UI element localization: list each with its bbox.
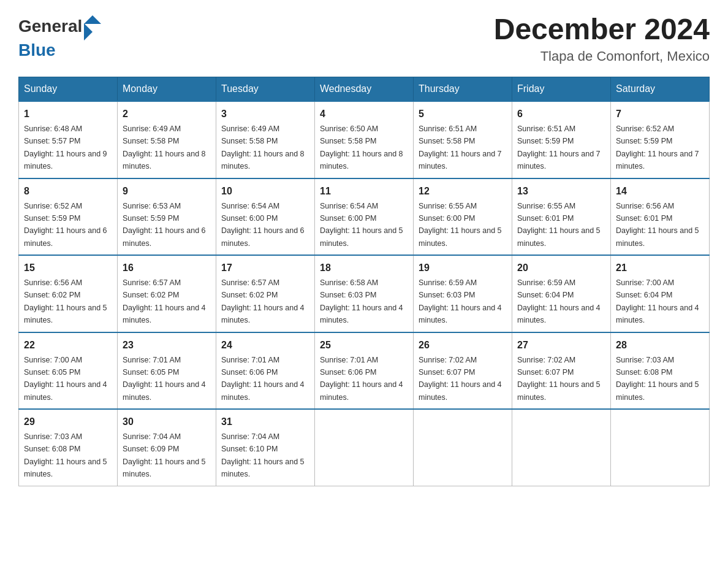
day-number: 26 — [419, 338, 507, 353]
calendar-cell: 6Sunrise: 6:51 AMSunset: 5:59 PMDaylight… — [512, 101, 611, 178]
day-info: Sunrise: 6:48 AMSunset: 5:57 PMDaylight:… — [24, 124, 107, 170]
day-info: Sunrise: 6:50 AMSunset: 5:58 PMDaylight:… — [320, 124, 403, 170]
day-number: 9 — [123, 184, 211, 199]
week-row-3: 15Sunrise: 6:56 AMSunset: 6:02 PMDayligh… — [19, 255, 710, 332]
column-header-friday: Friday — [512, 77, 611, 102]
day-number: 21 — [616, 261, 704, 275]
calendar-cell: 21Sunrise: 7:00 AMSunset: 6:04 PMDayligh… — [611, 255, 710, 332]
day-info: Sunrise: 7:00 AMSunset: 6:05 PMDaylight:… — [24, 356, 107, 402]
day-info: Sunrise: 7:03 AMSunset: 6:08 PMDaylight:… — [616, 356, 699, 402]
day-info: Sunrise: 6:54 AMSunset: 6:00 PMDaylight:… — [221, 202, 305, 248]
page-header: General Blue December 2024 Tlapa de Como… — [18, 12, 710, 64]
day-number: 14 — [616, 184, 704, 199]
week-row-5: 29Sunrise: 7:03 AMSunset: 6:08 PMDayligh… — [19, 409, 710, 486]
calendar-cell: 24Sunrise: 7:01 AMSunset: 6:06 PMDayligh… — [216, 332, 315, 410]
week-row-4: 22Sunrise: 7:00 AMSunset: 6:05 PMDayligh… — [19, 332, 710, 410]
day-info: Sunrise: 6:55 AMSunset: 6:00 PMDaylight:… — [419, 202, 502, 248]
day-info: Sunrise: 6:51 AMSunset: 5:59 PMDaylight:… — [517, 124, 601, 170]
week-row-1: 1Sunrise: 6:48 AMSunset: 5:57 PMDaylight… — [19, 101, 710, 178]
column-header-tuesday: Tuesday — [216, 77, 315, 102]
day-info: Sunrise: 6:53 AMSunset: 5:59 PMDaylight:… — [123, 202, 206, 248]
day-info: Sunrise: 6:59 AMSunset: 6:04 PMDaylight:… — [517, 278, 601, 324]
logo-general-text: General — [18, 17, 82, 36]
day-number: 13 — [517, 184, 605, 199]
day-info: Sunrise: 6:52 AMSunset: 5:59 PMDaylight:… — [616, 124, 699, 170]
day-number: 5 — [419, 107, 507, 121]
calendar-cell: 19Sunrise: 6:59 AMSunset: 6:03 PMDayligh… — [414, 255, 512, 332]
calendar-cell: 30Sunrise: 7:04 AMSunset: 6:09 PMDayligh… — [118, 409, 216, 486]
day-info: Sunrise: 6:54 AMSunset: 6:00 PMDaylight:… — [320, 202, 403, 248]
day-number: 29 — [24, 415, 112, 429]
calendar-cell: 14Sunrise: 6:56 AMSunset: 6:01 PMDayligh… — [611, 178, 710, 256]
column-header-monday: Monday — [118, 77, 216, 102]
calendar-cell: 7Sunrise: 6:52 AMSunset: 5:59 PMDaylight… — [611, 101, 710, 178]
day-number: 12 — [419, 184, 507, 199]
day-number: 11 — [320, 184, 408, 199]
calendar-cell: 10Sunrise: 6:54 AMSunset: 6:00 PMDayligh… — [216, 178, 315, 256]
calendar-cell: 4Sunrise: 6:50 AMSunset: 5:58 PMDaylight… — [315, 101, 414, 178]
day-number: 7 — [616, 107, 704, 121]
day-number: 31 — [221, 415, 309, 429]
day-number: 24 — [221, 338, 309, 353]
column-header-saturday: Saturday — [611, 77, 710, 102]
day-number: 8 — [24, 184, 112, 199]
day-number: 17 — [221, 261, 309, 275]
calendar-title: December 2024 — [494, 12, 710, 46]
day-number: 4 — [320, 107, 408, 121]
calendar-cell: 3Sunrise: 6:49 AMSunset: 5:58 PMDaylight… — [216, 101, 315, 178]
day-info: Sunrise: 6:58 AMSunset: 6:03 PMDaylight:… — [320, 278, 403, 324]
calendar-cell: 13Sunrise: 6:55 AMSunset: 6:01 PMDayligh… — [512, 178, 611, 256]
calendar-cell: 23Sunrise: 7:01 AMSunset: 6:05 PMDayligh… — [118, 332, 216, 410]
calendar-cell — [414, 409, 512, 486]
day-number: 10 — [221, 184, 309, 199]
day-number: 15 — [24, 261, 112, 275]
calendar-cell: 12Sunrise: 6:55 AMSunset: 6:00 PMDayligh… — [414, 178, 512, 256]
day-number: 6 — [517, 107, 605, 121]
calendar-cell: 2Sunrise: 6:49 AMSunset: 5:58 PMDaylight… — [118, 101, 216, 178]
calendar-cell: 29Sunrise: 7:03 AMSunset: 6:08 PMDayligh… — [19, 409, 118, 486]
day-info: Sunrise: 6:56 AMSunset: 6:01 PMDaylight:… — [616, 202, 699, 248]
calendar-cell: 11Sunrise: 6:54 AMSunset: 6:00 PMDayligh… — [315, 178, 414, 256]
day-info: Sunrise: 6:51 AMSunset: 5:58 PMDaylight:… — [419, 124, 502, 170]
calendar-cell: 27Sunrise: 7:02 AMSunset: 6:07 PMDayligh… — [512, 332, 611, 410]
day-number: 30 — [123, 415, 211, 429]
day-info: Sunrise: 6:57 AMSunset: 6:02 PMDaylight:… — [123, 278, 206, 324]
calendar-cell: 1Sunrise: 6:48 AMSunset: 5:57 PMDaylight… — [19, 101, 118, 178]
week-row-2: 8Sunrise: 6:52 AMSunset: 5:59 PMDaylight… — [19, 178, 710, 256]
day-info: Sunrise: 7:01 AMSunset: 6:06 PMDaylight:… — [320, 356, 403, 402]
calendar-cell — [315, 409, 414, 486]
day-number: 16 — [123, 261, 211, 275]
day-info: Sunrise: 6:49 AMSunset: 5:58 PMDaylight:… — [221, 124, 305, 170]
calendar-cell: 22Sunrise: 7:00 AMSunset: 6:05 PMDayligh… — [19, 332, 118, 410]
calendar-cell: 17Sunrise: 6:57 AMSunset: 6:02 PMDayligh… — [216, 255, 315, 332]
calendar-cell: 15Sunrise: 6:56 AMSunset: 6:02 PMDayligh… — [19, 255, 118, 332]
column-header-wednesday: Wednesday — [315, 77, 414, 102]
day-info: Sunrise: 6:59 AMSunset: 6:03 PMDaylight:… — [419, 278, 502, 324]
title-section: December 2024 Tlapa de Comonfort, Mexico — [494, 12, 710, 64]
day-info: Sunrise: 6:56 AMSunset: 6:02 PMDaylight:… — [24, 278, 107, 324]
calendar-header-row: SundayMondayTuesdayWednesdayThursdayFrid… — [19, 77, 710, 102]
day-info: Sunrise: 6:55 AMSunset: 6:01 PMDaylight:… — [517, 202, 601, 248]
day-info: Sunrise: 7:04 AMSunset: 6:10 PMDaylight:… — [221, 432, 305, 478]
calendar-cell: 20Sunrise: 6:59 AMSunset: 6:04 PMDayligh… — [512, 255, 611, 332]
day-number: 28 — [616, 338, 704, 353]
day-number: 2 — [123, 107, 211, 121]
calendar-cell: 18Sunrise: 6:58 AMSunset: 6:03 PMDayligh… — [315, 255, 414, 332]
calendar-subtitle: Tlapa de Comonfort, Mexico — [494, 48, 710, 64]
day-info: Sunrise: 6:52 AMSunset: 5:59 PMDaylight:… — [24, 202, 107, 248]
calendar-cell — [611, 409, 710, 486]
day-number: 22 — [24, 338, 112, 353]
day-number: 18 — [320, 261, 408, 275]
day-info: Sunrise: 7:00 AMSunset: 6:04 PMDaylight:… — [616, 278, 699, 324]
day-info: Sunrise: 6:49 AMSunset: 5:58 PMDaylight:… — [123, 124, 206, 170]
calendar-cell: 8Sunrise: 6:52 AMSunset: 5:59 PMDaylight… — [19, 178, 118, 256]
day-info: Sunrise: 6:57 AMSunset: 6:02 PMDaylight:… — [221, 278, 305, 324]
calendar-table: SundayMondayTuesdayWednesdayThursdayFrid… — [18, 77, 710, 486]
logo-blue-text: Blue — [18, 40, 56, 60]
day-info: Sunrise: 7:04 AMSunset: 6:09 PMDaylight:… — [123, 432, 206, 478]
day-number: 23 — [123, 338, 211, 353]
calendar-cell: 5Sunrise: 6:51 AMSunset: 5:58 PMDaylight… — [414, 101, 512, 178]
column-header-thursday: Thursday — [414, 77, 512, 102]
column-header-sunday: Sunday — [19, 77, 118, 102]
calendar-cell — [512, 409, 611, 486]
